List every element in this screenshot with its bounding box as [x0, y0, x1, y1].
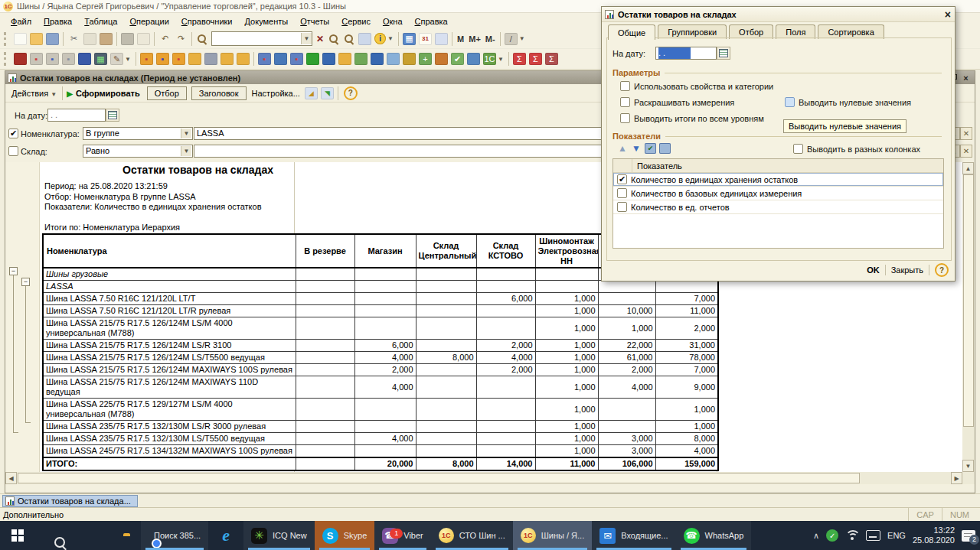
goods-receipt-icon[interactable]	[354, 53, 368, 65]
print-blue-icon[interactable]: ▪	[46, 53, 59, 65]
antivirus-tray-icon[interactable]: ✓	[826, 529, 838, 542]
move-up-icon[interactable]: ▲	[617, 143, 628, 154]
memory-plus-button[interactable]: M+	[469, 34, 481, 44]
ok-button[interactable]: OK	[867, 265, 880, 275]
bank-icon[interactable]	[204, 53, 217, 65]
find-previous-icon[interactable]	[328, 33, 340, 45]
dropdown-arrow-icon[interactable]: ▼	[125, 56, 132, 63]
calculator-taskbar-icon[interactable]	[70, 521, 106, 550]
coins-icon[interactable]	[188, 53, 201, 65]
scroll-left-icon[interactable]: ◀	[5, 472, 17, 484]
save-icon[interactable]	[46, 33, 59, 45]
warehouse-condition-select[interactable]: Равно▼	[83, 145, 193, 158]
menu-item[interactable]: Справка	[409, 15, 454, 28]
1c-green-doc-icon[interactable]: 1С	[483, 53, 496, 65]
warehouse-filter-checkbox[interactable]	[8, 146, 18, 156]
warehouse-clear-icon[interactable]: ✕	[960, 145, 972, 158]
open-document-icon[interactable]	[30, 33, 43, 45]
search-input[interactable]: ▼	[211, 31, 312, 46]
windows-list-icon[interactable]	[358, 33, 371, 45]
generate-button[interactable]: Сформировать	[67, 89, 140, 98]
file-explorer-taskbar-icon[interactable]	[106, 521, 141, 550]
scroll-down-icon[interactable]: ▼	[962, 460, 974, 472]
chrome-taskbar-item[interactable]: Поиск 385...	[141, 521, 208, 550]
collapse-group-2-icon[interactable]	[21, 278, 30, 286]
doc-check-icon[interactable]: ✔	[451, 53, 464, 65]
customer-invoice-icon[interactable]: ▪	[156, 53, 169, 65]
dialog-tab-active[interactable]: Общие	[608, 24, 655, 40]
window-tab-report[interactable]: Остатки товаров на склада...	[2, 495, 138, 507]
collapse-group-1-icon[interactable]	[9, 267, 18, 275]
copy-icon[interactable]	[83, 33, 96, 45]
clear-search-icon[interactable]: ✕	[316, 34, 324, 44]
restore-settings-icon[interactable]: ◥	[321, 87, 334, 99]
scroll-right-icon[interactable]: ▶	[951, 472, 962, 484]
indicator-checkbox[interactable]	[617, 202, 627, 212]
menu-item[interactable]: Файл	[5, 15, 38, 28]
goods-issue-icon[interactable]	[371, 53, 384, 65]
cut-icon[interactable]: ✂	[67, 33, 80, 45]
header-button[interactable]: Заголовок	[191, 86, 247, 100]
indicator-checkbox[interactable]	[617, 188, 627, 198]
show-zero-values-checkbox[interactable]	[785, 97, 795, 107]
calendar-icon[interactable]: 31	[419, 33, 432, 45]
print-red-icon[interactable]: ▪	[30, 53, 43, 65]
close-button[interactable]: Закрыть	[891, 265, 923, 275]
service-wrench-icon[interactable]: /	[505, 33, 518, 45]
indicator-row[interactable]: Количество в базовых единицах измерения	[613, 187, 943, 200]
scroll-up-icon[interactable]: ▲	[962, 162, 974, 174]
indicator-row[interactable]: Количество в ед. отчетов	[613, 200, 943, 214]
dropdown-arrow-icon[interactable]: ▼	[519, 35, 526, 42]
tray-expand-icon[interactable]: ∧	[813, 531, 819, 541]
customer-receipt-icon[interactable]: ▪	[172, 53, 185, 65]
cash-register-icon[interactable]: ▦	[94, 53, 107, 65]
icq-taskbar-item[interactable]: ✳ICQ New	[243, 521, 315, 550]
doc-blue-icon[interactable]	[322, 53, 335, 65]
1c-shiny-taskbar-item[interactable]: 1СШины / Я...	[513, 521, 593, 550]
doc-user-icon[interactable]	[467, 53, 480, 65]
move-down-icon[interactable]: ▼	[631, 143, 642, 154]
save-settings-icon[interactable]: ◢	[305, 87, 318, 99]
colorize-dimensions-checkbox[interactable]	[620, 97, 630, 107]
dialog-date-input[interactable]: . .	[655, 47, 717, 60]
doc-db-icon[interactable]	[403, 53, 416, 65]
search-dropdown-icon[interactable]: ▼	[301, 33, 312, 44]
nomenclature-condition-select[interactable]: В группе▼	[83, 127, 193, 140]
indicator-checkbox[interactable]	[617, 174, 627, 184]
doc-add-icon[interactable]: +	[419, 53, 432, 65]
settings-button[interactable]: Настройка...	[252, 89, 300, 98]
report-sigma-2-icon[interactable]: Σ	[529, 53, 542, 65]
dialog-help-icon[interactable]: ?	[935, 263, 949, 277]
actions-menu-button[interactable]: Действия ▼	[11, 89, 57, 98]
totals-all-levels-checkbox[interactable]	[620, 113, 630, 123]
report-sigma-3-icon[interactable]: Σ	[545, 53, 558, 65]
docs-pair-icon[interactable]	[387, 53, 400, 65]
users-icon[interactable]	[435, 33, 448, 45]
date-filter-input[interactable]: . .	[47, 109, 106, 122]
filter-button[interactable]: Отбор	[147, 86, 187, 100]
paste-icon[interactable]	[100, 33, 113, 45]
menu-item[interactable]: Правка	[38, 15, 78, 28]
doc-green-arrows-icon[interactable]	[274, 53, 287, 65]
separate-columns-checkbox[interactable]	[793, 144, 803, 154]
dialog-titlebar[interactable]: Остатки товаров на складах ×	[602, 7, 955, 22]
doc-green-icon[interactable]	[306, 53, 319, 65]
menu-item[interactable]: Окна	[377, 15, 409, 28]
menu-item[interactable]: Операции	[123, 15, 175, 28]
dropdown-arrow-icon[interactable]: ▼	[387, 35, 394, 42]
viber-taskbar-item[interactable]: ☎1Viber	[374, 521, 430, 550]
counterparties-icon[interactable]	[78, 53, 91, 65]
info-icon[interactable]: i	[374, 33, 386, 44]
edit-icon[interactable]: ✎	[110, 53, 123, 65]
print-grey-icon[interactable]: ▪	[62, 53, 75, 65]
1c-sto-taskbar-item[interactable]: 1ССТО Шин ...	[431, 521, 513, 550]
horizontal-scrollbar[interactable]: ◀ ▶	[5, 472, 962, 484]
menu-item[interactable]: Документы	[239, 15, 295, 28]
start-button[interactable]	[0, 521, 35, 550]
clock[interactable]: 13:2225.08.2020	[913, 526, 955, 545]
keyboard-tray-icon[interactable]	[866, 530, 880, 541]
report-sigma-1-icon[interactable]: Σ	[513, 53, 526, 65]
doc-person-red-icon[interactable]: ▪	[290, 53, 303, 65]
internet-explorer-taskbar-icon[interactable]: e	[208, 521, 243, 550]
skype-taskbar-item[interactable]: SSkype	[315, 521, 375, 550]
